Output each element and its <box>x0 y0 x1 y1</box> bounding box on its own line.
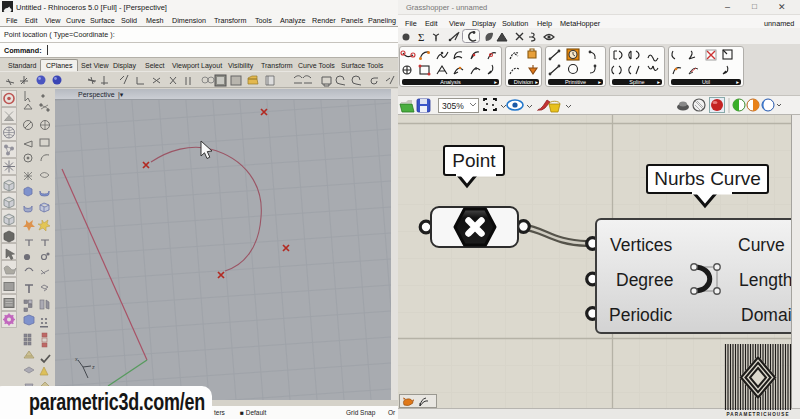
svg-text:PARAMETRICHOUSE: PARAMETRICHOUSE <box>726 412 789 417</box>
svg-text:Σ: Σ <box>418 31 424 43</box>
svg-text:x: x <box>75 356 78 362</box>
svg-text:z: z <box>92 364 95 370</box>
svg-text:305%: 305% <box>442 101 464 111</box>
